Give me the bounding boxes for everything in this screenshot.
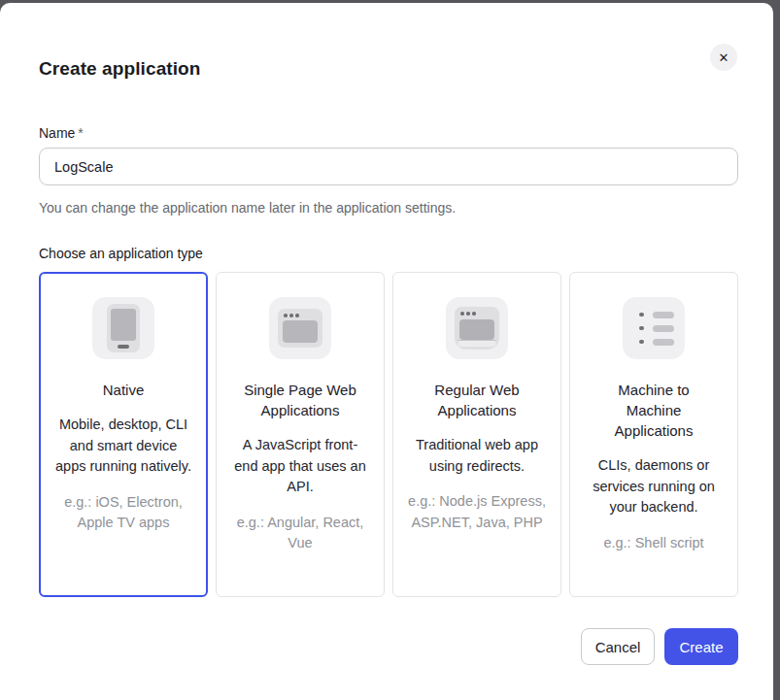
card-regular-web[interactable]: Regular Web Applications Traditional web… [392,272,561,597]
icon-tile [446,297,508,359]
card-description: Traditional web app using redirects. [408,435,546,477]
application-type-cards: Native Mobile, desktop, CLI and smart de… [39,272,738,597]
application-name-input[interactable] [39,148,738,185]
create-application-modal: Create application ✕ Name* You can chang… [0,3,773,700]
card-title: Native [62,380,185,400]
cancel-button[interactable]: Cancel [581,628,655,665]
icon-tile [92,297,154,359]
name-helper-text: You can change the application name late… [39,200,456,216]
application-type-label: Choose an application type [39,246,203,261]
mobile-phone-icon [107,304,140,352]
card-description: CLIs, daemons or services running on you… [585,455,723,518]
card-single-page-web[interactable]: Single Page Web Applications A JavaScrip… [216,272,385,597]
card-title: Regular Web Applications [416,380,538,420]
card-title: Machine to Machine Applications [593,380,715,441]
icon-tile [623,297,685,359]
name-field-label: Name* [39,125,84,141]
card-example: e.g.: Shell script [585,533,723,554]
card-title: Single Page Web Applications [239,380,361,420]
card-machine-to-machine[interactable]: Machine to Machine Applications CLIs, da… [569,272,738,597]
close-button[interactable]: ✕ [710,44,737,71]
card-example: e.g.: Angular, React, Vue [231,513,369,554]
browser-window-icon [278,309,322,348]
modal-footer: Cancel Create [581,628,738,665]
server-stack-icon [632,311,675,347]
card-description: Mobile, desktop, CLI and smart device ap… [54,415,192,478]
card-description: A JavaScript front-end app that uses an … [231,435,369,498]
card-example: e.g.: Node.js Express, ASP.NET, Java, PH… [408,491,546,533]
modal-title: Create application [39,58,201,80]
create-button[interactable]: Create [664,628,738,665]
icon-tile [269,297,331,359]
browser-server-icon [455,307,499,350]
card-example: e.g.: iOS, Electron, Apple TV apps [54,492,192,534]
close-icon: ✕ [719,51,729,64]
required-asterisk: * [78,125,83,141]
card-native[interactable]: Native Mobile, desktop, CLI and smart de… [39,272,208,597]
